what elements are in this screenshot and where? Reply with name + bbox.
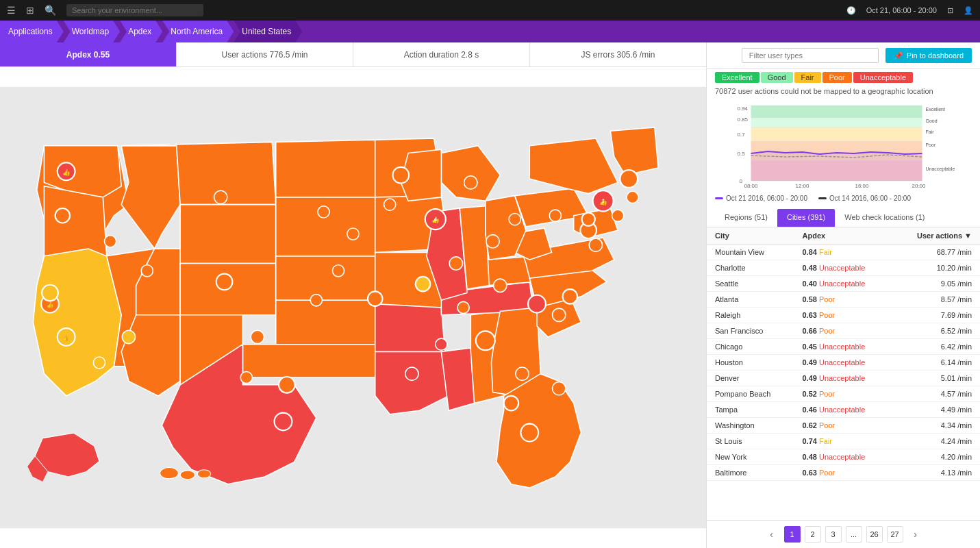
search-icon[interactable]: 🔍 (45, 5, 56, 16)
pagination-page-1[interactable]: 1 (784, 526, 801, 543)
svg-text:20:00: 20:00 (912, 183, 926, 189)
table-row[interactable]: Raleigh 0.63 Poor 7.69 /min (707, 308, 980, 323)
col-city: City (715, 232, 803, 240)
pin-dashboard-button[interactable]: 📌 Pin to dashboard (885, 48, 972, 63)
city-name: Denver (715, 374, 803, 382)
svg-point-96 (464, 176, 477, 189)
city-name: Houston (715, 358, 803, 366)
user-actions-value: 5.01 /min (885, 374, 972, 382)
svg-point-97 (494, 279, 507, 292)
chart-legend-current: Oct 21 2016, 06:00 - 20:00 (726, 195, 807, 202)
svg-rect-109 (751, 118, 922, 127)
table-body: Mountain View 0.84 Fair 68.77 /min Charl… (707, 245, 980, 481)
pagination-prev[interactable]: ‹ (764, 526, 780, 543)
filter-user-types-input[interactable] (742, 48, 879, 63)
svg-marker-119 (751, 151, 922, 181)
svg-text:👍: 👍 (47, 301, 54, 309)
apdex-value: 0.84 Fair (803, 248, 885, 256)
city-name: San Francisco (715, 327, 803, 335)
tab-cities[interactable]: Cities (391) (777, 209, 835, 227)
svg-point-77 (332, 265, 344, 277)
svg-text:Poor: Poor (926, 142, 936, 147)
svg-point-46 (180, 471, 194, 480)
table-row[interactable]: Chicago 0.45 Unacceptable 6.42 /min (707, 339, 980, 355)
user-actions-value: 4.57 /min (885, 390, 972, 398)
legend-poor: Poor (822, 72, 852, 83)
svg-point-79 (449, 257, 462, 270)
city-name: Charlotte (715, 264, 803, 272)
table-row[interactable]: Pompano Beach 0.52 Poor 4.57 /min (707, 386, 980, 402)
user-icon[interactable]: 👤 (964, 6, 973, 15)
breadcrumb: Applications Worldmap Apdex North Americ… (0, 21, 980, 42)
svg-point-64 (520, 424, 538, 442)
svg-marker-17 (242, 345, 390, 377)
breadcrumb-northamerica[interactable]: North America (162, 21, 234, 42)
metric-js-errors[interactable]: JS errors 305.6 /min (530, 42, 706, 66)
col-user-actions[interactable]: User actions ▼ (885, 232, 972, 240)
svg-text:0.5: 0.5 (738, 151, 746, 157)
pagination-next[interactable]: › (907, 526, 924, 543)
table-row[interactable]: Tampa 0.46 Unacceptable 4.49 /min (707, 402, 980, 418)
table-row[interactable]: Seattle 0.40 Unacceptable 9.05 /min (707, 276, 980, 292)
svg-point-88 (405, 367, 418, 380)
pin-icon: 📌 (894, 51, 903, 60)
apdex-value: 0.52 Poor (803, 390, 885, 398)
pagination-page-2[interactable]: 2 (805, 526, 821, 543)
table-row[interactable]: Denver 0.49 Unacceptable 5.01 /min (707, 371, 980, 386)
svg-text:👍: 👍 (62, 334, 70, 342)
tab-web-check[interactable]: Web check locations (1) (835, 209, 934, 227)
svg-point-92 (93, 357, 105, 369)
notification-icon[interactable]: ⊡ (947, 6, 953, 15)
pagination-page-3[interactable]: 3 (825, 526, 842, 543)
table-row[interactable]: Mountain View 0.84 Fair 68.77 /min (707, 245, 980, 260)
svg-point-69 (582, 212, 595, 225)
table-row[interactable]: St Louis 0.74 Fair 4.24 /min (707, 434, 980, 449)
table-row[interactable]: Houston 0.49 Unacceptable 6.14 /min (707, 355, 980, 371)
svg-marker-13 (276, 140, 375, 197)
metric-apdex[interactable]: Apdex 0.55 (0, 42, 177, 66)
apdex-chart: 0.94 0.85 0.7 0.5 0 (707, 99, 980, 209)
svg-point-55 (216, 274, 233, 290)
svg-text:Excellent: Excellent (926, 107, 945, 112)
main-content: Apdex 0.55 User actions 776.5 /min Actio… (0, 42, 980, 548)
legend-row: Excellent Good Fair Poor Unacceptable (707, 69, 980, 86)
city-name: Tampa (715, 406, 803, 414)
table-row[interactable]: New York 0.48 Unacceptable 4.20 /min (707, 449, 980, 465)
apdex-value: 0.45 Unacceptable (803, 342, 885, 351)
svg-point-93 (251, 330, 264, 343)
table-row[interactable]: San Francisco 0.66 Poor 6.52 /min (707, 323, 980, 339)
search-input[interactable] (66, 4, 203, 16)
svg-text:0.94: 0.94 (738, 105, 749, 112)
breadcrumb-worldmap[interactable]: Worldmap (64, 21, 120, 42)
svg-point-47 (197, 470, 210, 478)
table-row[interactable]: Charlotte 0.48 Unacceptable 10.20 /min (707, 260, 980, 276)
user-actions-value: 9.05 /min (885, 279, 972, 288)
tab-regions[interactable]: Regions (51) (715, 209, 777, 227)
svg-point-63 (476, 331, 495, 350)
breadcrumb-unitedstates[interactable]: United States (234, 21, 302, 42)
svg-point-78 (310, 295, 322, 306)
apdex-value: 0.63 Poor (803, 469, 885, 477)
svg-point-94 (240, 371, 252, 383)
svg-point-50 (55, 208, 70, 223)
metric-user-actions[interactable]: User actions 776.5 /min (177, 42, 353, 66)
hamburger-icon[interactable]: ☰ (7, 5, 16, 16)
table-row[interactable]: Washington 0.62 Poor 4.34 /min (707, 418, 980, 434)
city-name: Seattle (715, 279, 803, 288)
svg-marker-3 (44, 186, 106, 256)
metric-action-duration[interactable]: Action duration 2.8 s (353, 42, 530, 66)
pagination-ellipsis: ... (846, 526, 862, 543)
pagination-page-27[interactable]: 27 (887, 526, 903, 543)
breadcrumb-apdex[interactable]: Apdex (120, 21, 162, 42)
apdex-value: 0.46 Unacceptable (803, 406, 885, 414)
svg-point-62 (416, 277, 430, 291)
table-row[interactable]: Baltimore 0.63 Poor 4.13 /min (707, 465, 980, 481)
svg-point-60 (392, 167, 409, 184)
pagination-page-26[interactable]: 26 (866, 526, 883, 543)
grid-icon[interactable]: ⊞ (26, 5, 34, 16)
breadcrumb-applications[interactable]: Applications (0, 21, 64, 42)
table-row[interactable]: Atlanta 0.58 Poor 8.57 /min (707, 292, 980, 308)
map-panel: Apdex 0.55 User actions 776.5 /min Actio… (0, 42, 706, 548)
city-name: St Louis (715, 437, 803, 445)
user-actions-value: 6.42 /min (885, 342, 972, 351)
